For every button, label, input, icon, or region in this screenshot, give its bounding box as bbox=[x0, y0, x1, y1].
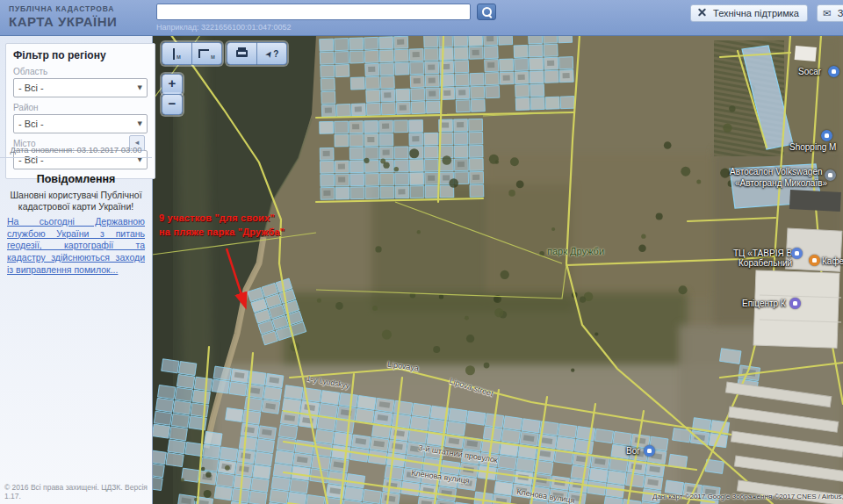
car-dealer-icon bbox=[825, 169, 836, 181]
rayon-select[interactable]: - Всі - ▼ bbox=[13, 114, 148, 133]
map-annotation: 9 участков "для своих" на пляже парка "Д… bbox=[159, 212, 285, 240]
zoom-in-button[interactable]: + bbox=[162, 74, 183, 95]
tech-support-button[interactable]: Технічна підтримка bbox=[690, 4, 808, 22]
shopping-mall-icon bbox=[821, 130, 832, 141]
update-date: Дата оновлення: 03.10.2017 03:00 bbox=[0, 145, 152, 155]
print-help-toolbar: ➤? bbox=[227, 42, 287, 65]
top-header: ПУБЛІЧНА КАДАСТРОВА КАРТА УКРАЇНИ Наприк… bbox=[0, 0, 843, 36]
envelope-icon: ✉ bbox=[823, 8, 831, 19]
measure-length-icon bbox=[173, 48, 175, 60]
oblast-value: - Всі - bbox=[18, 83, 44, 93]
sidebar: Фільтр по регіону Область - Всі - ▼ Райо… bbox=[0, 36, 153, 504]
region-filter-panel: Фільтр по регіону Область - Всі - ▼ Райо… bbox=[5, 43, 155, 179]
oblast-select[interactable]: - Всі - ▼ bbox=[13, 78, 148, 97]
measure-area-button[interactable]: м bbox=[192, 42, 222, 65]
print-button[interactable] bbox=[227, 42, 257, 65]
filter-title: Фільтр по регіону bbox=[13, 49, 148, 61]
search-input[interactable] bbox=[156, 4, 471, 20]
shopping-cart-icon bbox=[791, 248, 803, 259]
cafe-icon bbox=[809, 255, 820, 266]
feedback-button[interactable]: ✉ Зворотний зв'язок bbox=[817, 4, 843, 22]
logo-line1: ПУБЛІЧНА КАДАСТРОВА bbox=[9, 4, 117, 13]
annotation-line2: на пляже парка "Дружба" bbox=[159, 226, 285, 240]
identify-help-button[interactable]: ➤? bbox=[257, 42, 287, 65]
measure-length-button[interactable]: м bbox=[162, 42, 192, 65]
misto-value: - Всі - bbox=[18, 155, 44, 165]
chevron-down-icon: ▼ bbox=[138, 120, 142, 127]
oblast-label: Область bbox=[13, 67, 148, 76]
chevron-down-icon: ▼ bbox=[138, 84, 142, 91]
logo-line2: КАРТА УКРАЇНИ bbox=[9, 14, 117, 29]
announcement-link[interactable]: На сьогодні Державною службою України з … bbox=[7, 216, 145, 276]
copyright-text: © 2016 Всі права захищені. ЦДЗК. Версія … bbox=[4, 483, 152, 500]
printer-icon bbox=[236, 50, 248, 57]
annotation-line1: 9 участков "для своих" bbox=[159, 212, 285, 226]
measure-toolbar: м м bbox=[162, 42, 222, 65]
hypermarket-icon bbox=[789, 298, 801, 309]
fuel-station-icon bbox=[828, 66, 839, 77]
map-canvas bbox=[152, 35, 843, 504]
map-attribution: Дані карт ©2017 Google Зображення ©2017 … bbox=[652, 493, 843, 500]
rayon-label: Район bbox=[13, 103, 148, 112]
divider bbox=[0, 157, 152, 158]
feedback-label: Зворотний зв'язок bbox=[838, 8, 843, 18]
search-hint: Наприклад: 3221656100:01:047:0052 bbox=[156, 23, 496, 32]
poi-pin-icon bbox=[644, 445, 655, 457]
app-logo: ПУБЛІЧНА КАДАСТРОВА КАРТА УКРАЇНИ bbox=[9, 4, 117, 29]
zoom-out-button[interactable]: − bbox=[162, 94, 183, 115]
map-viewport[interactable]: 9 участков "для своих" на пляже парка "Д… bbox=[152, 35, 843, 504]
message-title: Повідомлення bbox=[0, 173, 152, 185]
search-button[interactable] bbox=[477, 4, 496, 20]
message-greeting: Шановні користувачі Публічної кадастрово… bbox=[9, 190, 143, 212]
tech-support-label: Технічна підтримка bbox=[713, 8, 799, 18]
rayon-value: - Всі - bbox=[18, 119, 44, 129]
tools-icon bbox=[696, 8, 707, 17]
measure-area-icon bbox=[198, 49, 209, 58]
